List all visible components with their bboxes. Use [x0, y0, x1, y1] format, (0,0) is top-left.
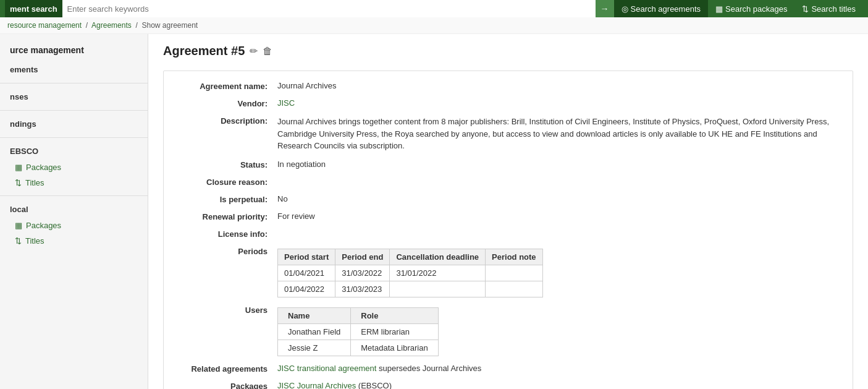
periods-table: Period start Period end Cancellation dea… [277, 249, 543, 297]
users-table: Name Role Jonathan FieldERM librarianJes… [277, 307, 439, 356]
table-row: 01/04/202131/03/202231/01/2022 [278, 265, 543, 281]
description-label: Description: [179, 116, 277, 126]
sidebar-item-ebsco-packages[interactable]: ▦ Packages [0, 160, 148, 175]
sidebar-section-ebsco: EBSCO [0, 143, 148, 160]
agreement-name-label: Agreement name: [179, 81, 277, 91]
titles-icon: ⇅ [802, 4, 809, 14]
packages-sidebar-icon: ▦ [15, 163, 22, 172]
layout: urce management ements nses ndings EBSCO… [0, 34, 868, 389]
table-row: 01/04/202231/03/2023 [278, 281, 543, 297]
separator-3 [0, 137, 148, 138]
row-renewal-priority: Renewal priority: For review [179, 212, 838, 221]
renewal-priority-value: For review [277, 212, 838, 221]
renewal-priority-label: Renewal priority: [179, 212, 277, 221]
is-perpetual-value: No [277, 194, 838, 203]
users-col-name: Name [278, 307, 351, 323]
separator-2 [0, 110, 148, 111]
search-agreements-label: Search agreements [631, 4, 701, 14]
breadcrumb-show-agreement: Show agreement [141, 21, 198, 30]
sidebar-section-ndings: ndings [0, 116, 148, 132]
main-content: Agreement #5 ✏ 🗑 Agreement name: Journal… [148, 34, 868, 389]
periods-col-note: Period note [486, 249, 543, 265]
closure-reason-label: Closure reason: [179, 177, 277, 187]
sidebar: urce management ements nses ndings EBSCO… [0, 34, 148, 389]
agreements-icon: ◎ [622, 4, 628, 14]
search-input[interactable] [62, 0, 596, 17]
row-related-agreements: Related agreements JISC transitional agr… [179, 364, 838, 374]
agreement-title: Agreement #5 [163, 44, 245, 58]
search-titles-link[interactable]: ⇅ Search titles [794, 0, 863, 17]
separator-1 [0, 83, 148, 83]
status-label: Status: [179, 160, 277, 169]
periods-label: Periods [179, 246, 277, 256]
sidebar-title: urce management [0, 41, 148, 61]
search-packages-label: Search packages [725, 4, 787, 14]
package-link-1[interactable]: JISC Journal Archives [277, 381, 356, 390]
sidebar-item-local-packages[interactable]: ▦ Packages [0, 218, 148, 233]
local-titles-label: Titles [25, 236, 44, 246]
breadcrumb: resource management / Agreements / Show … [0, 17, 868, 34]
packages-label: Packages [179, 381, 277, 390]
sidebar-item-ebsco-titles[interactable]: ⇅ Titles [0, 175, 148, 190]
users-col-role: Role [351, 307, 438, 323]
users-label: Users [179, 305, 277, 315]
ebsco-titles-label: Titles [25, 178, 44, 187]
packages-icon: ▦ [715, 4, 723, 14]
related-agreements-value: JISC transitional agreement supersedes J… [277, 364, 838, 373]
vendor-link[interactable]: JISC [277, 98, 295, 108]
related-agreement-link[interactable]: JISC transitional agreement [277, 364, 376, 373]
agreement-name-value: Journal Archives [277, 81, 838, 90]
ebsco-packages-label: Packages [26, 163, 61, 172]
search-go-button[interactable]: → [596, 0, 614, 17]
packages-value: JISC Journal Archives (EBSCO) Oxford Jou… [277, 381, 838, 390]
status-value: In negotiation [277, 160, 838, 169]
search-packages-link[interactable]: ▦ Search packages [708, 0, 794, 17]
agreement-details: Agreement name: Journal Archives Vendor:… [163, 71, 853, 389]
separator-4 [0, 195, 148, 196]
table-row: Jessie ZMetadata Librarian [278, 340, 439, 356]
row-periods: Periods Period start Period end Cancella… [179, 246, 838, 297]
search-label: ment search [5, 0, 62, 17]
related-agreement-text: supersedes Journal Archives [379, 364, 481, 373]
search-agreements-link[interactable]: ◎ Search agreements [614, 0, 708, 17]
top-bar: ment search → ◎ Search agreements ▦ Sear… [0, 0, 868, 17]
row-vendor: Vendor: JISC [179, 98, 838, 108]
local-packages-label: Packages [26, 221, 61, 230]
users-container: Name Role Jonathan FieldERM librarianJes… [277, 305, 838, 356]
row-license-info: License info: [179, 229, 838, 239]
row-closure-reason: Closure reason: [179, 177, 838, 187]
sidebar-section-nses: nses [0, 88, 148, 105]
row-users: Users Name Role Jonathan FieldERM librar… [179, 305, 838, 356]
row-packages: Packages JISC Journal Archives (EBSCO) O… [179, 381, 838, 390]
periods-col-end: Period end [335, 249, 390, 265]
sidebar-section-ements: ements [0, 61, 148, 78]
periods-col-start: Period start [278, 249, 335, 265]
vendor-value: JISC [277, 98, 838, 108]
is-perpetual-label: Is perpetual: [179, 194, 277, 204]
vendor-label: Vendor: [179, 98, 277, 108]
edit-icon[interactable]: ✏ [250, 45, 258, 57]
package-suffix-1: (EBSCO) [358, 381, 392, 390]
row-agreement-name: Agreement name: Journal Archives [179, 81, 838, 91]
search-titles-label: Search titles [811, 4, 856, 14]
row-is-perpetual: Is perpetual: No [179, 194, 838, 204]
local-packages-sidebar-icon: ▦ [15, 221, 22, 230]
delete-icon[interactable]: 🗑 [263, 46, 272, 57]
row-status: Status: In negotiation [179, 160, 838, 169]
sidebar-section-local: local [0, 201, 148, 218]
agreement-header: Agreement #5 ✏ 🗑 [163, 44, 853, 58]
description-value: Journal Archives brings together content… [277, 116, 838, 152]
periods-col-cancellation: Cancellation deadline [390, 249, 486, 265]
table-row: Jonathan FieldERM librarian [278, 323, 439, 340]
license-info-label: License info: [179, 229, 277, 239]
package-item-1: JISC Journal Archives (EBSCO) [277, 381, 838, 390]
row-description: Description: Journal Archives brings tog… [179, 116, 838, 152]
breadcrumb-resource-management[interactable]: resource management [7, 21, 82, 30]
sidebar-item-local-titles[interactable]: ⇅ Titles [0, 233, 148, 249]
related-agreements-label: Related agreements [179, 364, 277, 374]
local-titles-sidebar-icon: ⇅ [15, 236, 22, 246]
top-bar-links: ◎ Search agreements ▦ Search packages ⇅ … [614, 0, 863, 17]
titles-sidebar-icon: ⇅ [15, 178, 22, 187]
periods-container: Period start Period end Cancellation dea… [277, 246, 838, 297]
breadcrumb-agreements[interactable]: Agreements [91, 21, 132, 30]
